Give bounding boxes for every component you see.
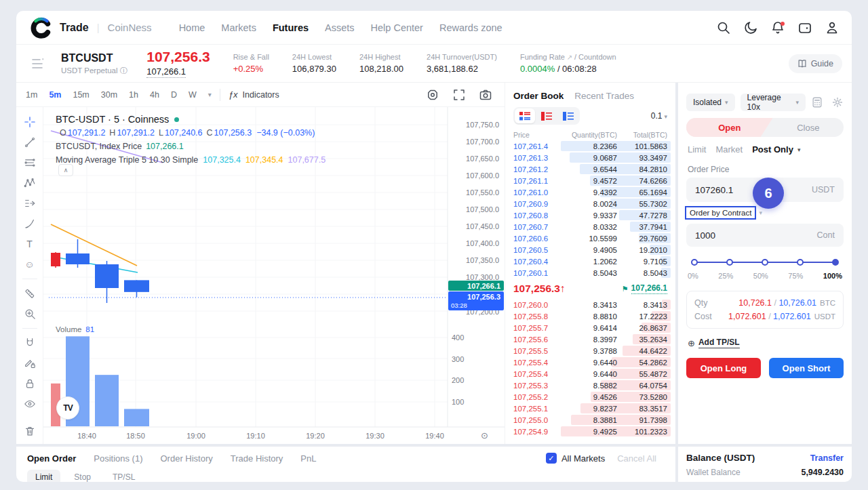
forecast-icon[interactable] bbox=[24, 197, 36, 209]
markets-list-icon[interactable] bbox=[30, 56, 46, 72]
notifications-bell-icon[interactable] bbox=[770, 20, 785, 35]
wallet-icon[interactable] bbox=[797, 20, 812, 35]
tab-close[interactable]: Close bbox=[773, 118, 844, 137]
nav-item-rewards-zone[interactable]: Rewards zone bbox=[439, 22, 502, 33]
bottom-tab-trade-history[interactable]: Trade History bbox=[231, 453, 283, 464]
margin-mode-dropdown[interactable]: Isolated▾ bbox=[686, 94, 735, 111]
calculator-icon[interactable] bbox=[811, 96, 823, 108]
slider-stop-25[interactable] bbox=[726, 259, 733, 266]
tab-recent-trades[interactable]: Recent Trades bbox=[574, 91, 634, 101]
timeframe-5m[interactable]: 5m bbox=[49, 90, 61, 100]
info-icon[interactable]: ⓘ bbox=[120, 66, 128, 75]
chart-canvas[interactable]: 107,750.0107,700.0107,650.0107,600.0107,… bbox=[43, 107, 505, 444]
dark-mode-moon-icon[interactable] bbox=[743, 20, 758, 35]
mark-price[interactable]: 107,266.1 bbox=[146, 66, 186, 78]
slider-stop-100[interactable] bbox=[832, 259, 839, 266]
transfer-link[interactable]: Transfer bbox=[810, 453, 844, 463]
orderbook-bid-row[interactable]: 107,255.29.452673.5280 bbox=[505, 391, 675, 403]
legend-collapse-button[interactable]: ∧ bbox=[58, 164, 73, 176]
add-tpsl-row[interactable]: ⊕ Add TP/SL bbox=[688, 338, 842, 348]
orderbook-bid-row[interactable]: 107,255.38.588264.0754 bbox=[505, 380, 675, 391]
bottom-tab-pnl[interactable]: PnL bbox=[300, 453, 316, 464]
parallel-lines-icon[interactable] bbox=[24, 157, 36, 169]
orderbook-bid-row[interactable]: 107,255.88.881017.2223 bbox=[505, 310, 675, 322]
chevron-down-icon[interactable]: ▾ bbox=[759, 209, 762, 216]
trash-icon[interactable] bbox=[24, 425, 36, 437]
orderbook-bid-row[interactable]: 107,255.79.641426.8637 bbox=[505, 322, 675, 333]
symbol-block[interactable]: BTCUSDT USDT Perpetual ⓘ bbox=[61, 52, 127, 76]
guide-button[interactable]: Guide bbox=[789, 54, 842, 73]
timezone-icon[interactable]: ⊙ bbox=[481, 430, 488, 441]
orderbook-ask-row[interactable]: 107,261.09.439265.1694 bbox=[505, 186, 675, 198]
ruler-icon[interactable] bbox=[24, 287, 36, 300]
cancel-all-button[interactable]: Cancel All bbox=[617, 453, 656, 464]
slider-track[interactable] bbox=[694, 262, 835, 263]
orderbook-ask-row[interactable]: 107,260.59.490519.2010 bbox=[505, 244, 675, 256]
timeframe-more-caret[interactable]: ▾ bbox=[208, 91, 212, 98]
timeframe-1h[interactable]: 1h bbox=[129, 90, 138, 100]
emoji-tool-icon[interactable]: ☺ bbox=[24, 258, 36, 270]
hide-eye-icon[interactable] bbox=[24, 398, 36, 410]
nav-item-futures[interactable]: Futures bbox=[273, 22, 309, 33]
view-bids-only-icon[interactable] bbox=[536, 108, 557, 123]
order-type-post-only[interactable]: Post Only bbox=[752, 144, 793, 155]
orderbook-bid-row[interactable]: 107,255.49.644055.4872 bbox=[505, 368, 675, 380]
tradingview-logo[interactable]: TV bbox=[56, 396, 79, 420]
trend-line-icon[interactable] bbox=[24, 136, 36, 148]
magnet-icon[interactable] bbox=[24, 337, 36, 349]
orderbook-bid-row[interactable]: 107,255.19.823783.3517 bbox=[505, 403, 675, 414]
nav-item-help-center[interactable]: Help Center bbox=[371, 22, 423, 33]
amount-slider[interactable] bbox=[694, 258, 835, 266]
orderbook-bid-row[interactable]: 107,260.08.34138.3413 bbox=[505, 299, 675, 310]
nav-item-home[interactable]: Home bbox=[179, 22, 205, 33]
gear-icon[interactable] bbox=[831, 96, 844, 108]
timeframe-1m[interactable]: 1m bbox=[26, 90, 37, 100]
timeframe-15m[interactable]: 15m bbox=[73, 90, 89, 100]
timeframe-D[interactable]: D bbox=[171, 90, 177, 100]
view-both-sides-icon[interactable] bbox=[515, 108, 535, 123]
tab-open[interactable]: Open bbox=[686, 118, 773, 137]
orderbook-ask-row[interactable]: 107,260.98.002455.7302 bbox=[505, 198, 675, 209]
orderbook-index-price[interactable]: 107,266.1 bbox=[631, 283, 667, 294]
bottom-tab-open-order[interactable]: Open Order bbox=[27, 453, 76, 464]
orderbook-ask-row[interactable]: 107,261.19.457274.6266 bbox=[505, 175, 675, 186]
order-type-limit[interactable]: Limit bbox=[688, 144, 706, 155]
all-markets-toggle[interactable]: ✓ All Markets bbox=[546, 453, 605, 464]
quantity-input[interactable] bbox=[695, 230, 776, 241]
open-short-button[interactable]: Open Short bbox=[769, 358, 844, 378]
orderbook-ask-row[interactable]: 107,260.610.559929.7609 bbox=[505, 232, 675, 244]
orderbook-bid-row[interactable]: 107,255.68.399735.2634 bbox=[505, 333, 675, 345]
checkbox-checked-icon[interactable]: ✓ bbox=[546, 453, 557, 464]
leverage-dropdown[interactable]: Leverage 10x▾ bbox=[741, 94, 806, 111]
drawing-lock-icon[interactable] bbox=[24, 357, 36, 369]
sub-tab-limit[interactable]: Limit bbox=[27, 470, 60, 482]
text-tool-icon[interactable]: T bbox=[24, 238, 36, 250]
open-long-button[interactable]: Open Long bbox=[686, 358, 761, 378]
tab-order-book[interactable]: Order Book bbox=[513, 91, 564, 101]
xabcd-pattern-icon[interactable] bbox=[24, 177, 36, 189]
fx-indicator-icon[interactable]: ƒx bbox=[229, 89, 238, 100]
crosshair-icon[interactable] bbox=[24, 116, 36, 128]
orderbook-ask-row[interactable]: 107,261.39.068793.3497 bbox=[505, 152, 675, 163]
indicators-button[interactable]: Indicators bbox=[243, 90, 279, 100]
orderbook-last-price[interactable]: 107,256.3↑ bbox=[513, 283, 566, 295]
timeframe-W[interactable]: W bbox=[189, 90, 197, 100]
chevron-down-icon[interactable]: ▾ bbox=[797, 146, 801, 153]
search-icon[interactable] bbox=[716, 20, 731, 35]
zoom-in-icon[interactable] bbox=[24, 308, 36, 320]
bottom-tab-positions-1[interactable]: Positions (1) bbox=[94, 453, 142, 464]
slider-stop-75[interactable] bbox=[797, 259, 804, 266]
orderbook-ask-row[interactable]: 107,261.48.2366101.5863 bbox=[505, 140, 675, 152]
orderbook-bid-row[interactable]: 107,255.08.388191.7398 bbox=[505, 414, 675, 426]
orderbook-bid-row[interactable]: 107,255.49.644054.2862 bbox=[505, 356, 675, 368]
order-type-market[interactable]: Market bbox=[715, 144, 743, 155]
user-account-icon[interactable] bbox=[825, 20, 840, 35]
orderbook-ask-row[interactable]: 107,260.78.033237.7941 bbox=[505, 221, 675, 232]
brush-icon[interactable] bbox=[24, 218, 36, 230]
order-by-contract-dropdown[interactable]: Order by Contract bbox=[685, 206, 756, 220]
orderbook-ask-row[interactable]: 107,260.41.20629.7105 bbox=[505, 256, 675, 267]
sub-tab-tp-sl[interactable]: TP/SL bbox=[104, 470, 143, 482]
timeframe-4h[interactable]: 4h bbox=[150, 90, 159, 100]
view-asks-only-icon[interactable] bbox=[558, 108, 578, 123]
slider-stop-50[interactable] bbox=[762, 259, 768, 266]
